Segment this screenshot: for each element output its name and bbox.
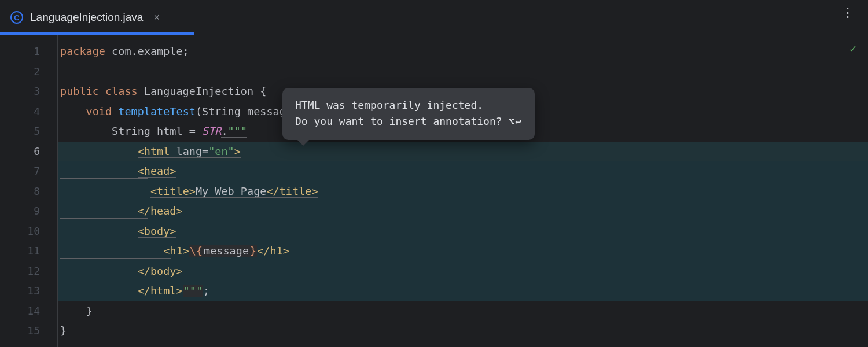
file-tab[interactable]: C LanguageInjection.java × <box>0 0 174 35</box>
tooltip-line-1: HTML was temporarily injected. <box>295 97 522 113</box>
line-number[interactable]: 15 <box>0 321 57 341</box>
class-file-icon: C <box>10 11 23 24</box>
line-number[interactable]: 9 <box>0 201 57 222</box>
line-number[interactable]: 13 <box>0 281 57 301</box>
tooltip-arrow-icon <box>297 140 309 146</box>
injection-underline <box>60 258 171 259</box>
intention-tooltip[interactable]: HTML was temporarily injected. Do you wa… <box>282 88 535 140</box>
line-number[interactable]: 2 <box>0 62 57 82</box>
code-line[interactable]: <head> <box>58 161 868 182</box>
tab-filename: LanguageInjection.java <box>30 11 143 24</box>
line-number[interactable]: 12 <box>0 261 57 282</box>
code-line[interactable]: } <box>58 301 868 322</box>
more-actions-icon[interactable]: ⋮ <box>841 10 855 15</box>
injection-underline <box>60 198 164 198</box>
line-number[interactable]: 11 <box>0 241 57 261</box>
code-line[interactable]: </html>"""; <box>58 281 868 301</box>
code-line[interactable]: } <box>58 321 868 341</box>
injection-underline <box>60 218 148 219</box>
tab-bar: C LanguageInjection.java × ⋮ <box>0 0 868 35</box>
keyboard-shortcut: ⌥↩ <box>508 115 522 127</box>
injection-underline <box>60 238 148 238</box>
line-number[interactable]: 1 <box>0 42 57 62</box>
gutter: 1 2 3 4 5 6 7 8 9 10 11 12 13 14 15 <box>0 35 58 347</box>
line-number[interactable]: 7 <box>0 161 57 182</box>
code-line[interactable]: </head> <box>58 201 868 222</box>
code-line-current[interactable]: <html lang="en"> <box>58 142 868 162</box>
tooltip-line-2: Do you want to insert annotation? ⌥↩ <box>295 113 522 130</box>
line-number[interactable]: 8 <box>0 182 57 202</box>
code-line[interactable]: package com.example; <box>58 42 868 62</box>
code-line[interactable] <box>58 62 868 82</box>
injection-underline <box>60 178 148 179</box>
code-line[interactable]: <h1>\{message}</h1> <box>58 241 868 261</box>
line-number[interactable]: 4 <box>0 102 57 122</box>
line-number[interactable]: 10 <box>0 222 57 242</box>
line-number[interactable]: 14 <box>0 301 57 322</box>
line-number[interactable]: 3 <box>0 82 57 102</box>
code-line[interactable]: <title>My Web Page</title> <box>58 182 868 202</box>
injection-underline <box>60 158 148 158</box>
code-line[interactable]: <body> <box>58 222 868 242</box>
code-line[interactable]: </body> <box>58 261 868 282</box>
line-number-current[interactable]: 6 <box>0 142 57 162</box>
code-area[interactable]: ✓ HTML was temporarily injected. Do you … <box>58 35 868 347</box>
line-number[interactable]: 5 <box>0 121 57 142</box>
close-icon[interactable]: × <box>150 10 163 25</box>
editor[interactable]: 1 2 3 4 5 6 7 8 9 10 11 12 13 14 15 ✓ HT… <box>0 35 868 347</box>
